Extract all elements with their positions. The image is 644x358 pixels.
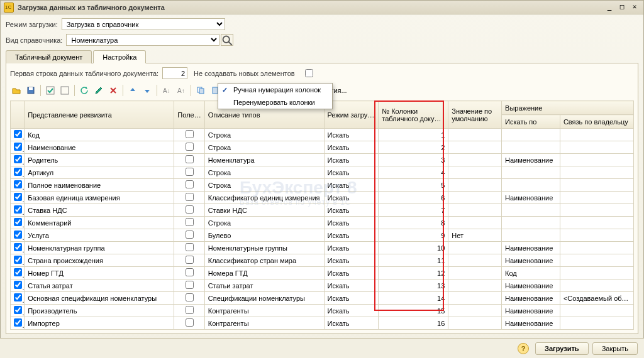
row-checkbox[interactable] xyxy=(14,281,22,289)
table-row[interactable]: Базовая единица измеренияКлассификатор е… xyxy=(11,192,634,204)
table-row[interactable]: КомментарийСтрокаИскать8 xyxy=(11,217,634,229)
table-row[interactable]: Страна происхожденияКлассификатор стран … xyxy=(11,254,634,267)
table-row[interactable]: Полное наименованиеСтрокаИскать5 xyxy=(11,179,634,192)
row-search-checkbox[interactable] xyxy=(186,268,194,276)
clear-icon[interactable] xyxy=(107,84,119,97)
row-search-checkbox[interactable] xyxy=(186,256,194,264)
table-row[interactable]: Номенклатурная группаНоменклатурные груп… xyxy=(11,242,634,254)
cell-num: 2 xyxy=(379,141,448,154)
row-search-checkbox[interactable] xyxy=(186,218,194,226)
row-search-checkbox[interactable] xyxy=(186,143,194,151)
table-row[interactable]: Основная спецификация номенклатурыСпециф… xyxy=(11,292,634,305)
row-search-checkbox[interactable] xyxy=(186,130,194,138)
table-row[interactable]: АртикулСтрокаИскать4 xyxy=(11,166,634,179)
row-checkbox[interactable] xyxy=(14,306,22,314)
sort-desc-icon[interactable]: A↑ xyxy=(175,84,187,97)
row-checkbox[interactable] xyxy=(14,318,22,327)
grid-wrap: Представление реквизита Поле поиска Опис… xyxy=(10,100,634,330)
ref-select[interactable]: Номенклатура xyxy=(66,34,219,46)
cell-num: 5 xyxy=(379,179,448,192)
no-create-checkbox[interactable] xyxy=(305,69,313,77)
cell-mode: Искать xyxy=(324,317,379,330)
lookup-button[interactable] xyxy=(221,34,233,46)
save-icon[interactable] xyxy=(25,84,37,97)
row-checkbox[interactable] xyxy=(14,143,22,151)
col-check[interactable] xyxy=(11,101,25,129)
row-search-checkbox[interactable] xyxy=(186,168,194,176)
mode-select[interactable]: Загрузка в справочник xyxy=(62,18,225,30)
row-search-checkbox[interactable] xyxy=(186,243,194,251)
close-window-button[interactable]: ✕ xyxy=(629,3,640,13)
table-row[interactable]: РодительНоменклатураИскать3Наименование xyxy=(11,154,634,166)
refresh-icon[interactable] xyxy=(78,84,91,97)
row-checkbox[interactable] xyxy=(14,268,22,276)
table-row[interactable]: Статья затратСтатьи затратИскать13Наимен… xyxy=(11,279,634,292)
row-search-checkbox[interactable] xyxy=(186,281,194,289)
mode-label: Режим загрузки: xyxy=(6,21,58,28)
row-checkbox[interactable] xyxy=(14,205,22,214)
table-row[interactable]: Ставка НДССтавки НДСИскать7 xyxy=(11,204,634,217)
cell-own xyxy=(560,217,633,229)
row-search-checkbox[interactable] xyxy=(186,155,194,163)
row-search-checkbox[interactable] xyxy=(186,193,194,201)
col-owner-link[interactable]: Связь по владельцу xyxy=(560,115,633,129)
col-search-field[interactable]: Поле поиска xyxy=(174,101,204,129)
row-search-checkbox[interactable] xyxy=(186,293,194,301)
row-search-checkbox[interactable] xyxy=(186,306,194,314)
row-checkbox[interactable] xyxy=(14,193,22,201)
table-row[interactable]: Номер ГТДНомера ГТДИскать12Код xyxy=(11,267,634,279)
col-number[interactable]: № Колонки табличного документа xyxy=(379,101,448,129)
table-row[interactable]: УслугаБулевоИскать9Нет xyxy=(11,229,634,242)
app-icon xyxy=(4,3,14,13)
row-checkbox[interactable] xyxy=(14,256,22,264)
settings-grid[interactable]: Представление реквизита Поле поиска Опис… xyxy=(10,100,634,330)
cell-type: Спецификации номенклатуры xyxy=(204,292,324,305)
footer: ? Загрузить Закрыть xyxy=(0,338,644,358)
col-representation[interactable]: Представление реквизита xyxy=(25,101,174,129)
cell-own xyxy=(560,204,633,217)
row-checkbox[interactable] xyxy=(14,130,22,138)
menu-renumber[interactable]: Перенумеровать колонки xyxy=(218,96,332,109)
col-expression[interactable]: Выражение xyxy=(502,101,634,115)
minimize-button[interactable]: _ xyxy=(604,3,615,13)
row-search-checkbox[interactable] xyxy=(186,231,194,239)
first-line-input[interactable] xyxy=(162,67,187,79)
cell-rep: Полное наименование xyxy=(25,179,174,192)
titlebar: Загрузка данных из табличного документа … xyxy=(1,1,643,14)
row-search-checkbox[interactable] xyxy=(186,318,194,327)
load-button[interactable]: Загрузить xyxy=(535,342,589,355)
up-icon[interactable] xyxy=(126,84,139,97)
maximize-button[interactable]: □ xyxy=(616,3,628,13)
row-search-checkbox[interactable] xyxy=(186,205,194,214)
edit-icon[interactable] xyxy=(92,84,105,97)
copy-icon[interactable] xyxy=(194,84,207,97)
menu-manual-numbering[interactable]: Ручная нумерация колонок xyxy=(218,84,332,96)
cell-rep: Импортер xyxy=(25,317,174,330)
open-icon[interactable] xyxy=(10,84,23,97)
uncheck-all-icon[interactable] xyxy=(58,84,71,97)
table-row[interactable]: ПроизводительКонтрагентыИскать15Наименов… xyxy=(11,305,634,317)
row-checkbox[interactable] xyxy=(14,293,22,301)
col-default[interactable]: Значение по умолчанию xyxy=(448,101,502,129)
tab-settings[interactable]: Настройка xyxy=(93,50,146,63)
row-checkbox[interactable] xyxy=(14,180,22,188)
help-icon[interactable]: ? xyxy=(518,343,529,354)
row-checkbox[interactable] xyxy=(14,168,22,176)
row-search-checkbox[interactable] xyxy=(186,180,194,188)
cell-own xyxy=(560,317,633,330)
table-row[interactable]: НаименованиеСтрокаИскать2 xyxy=(11,141,634,154)
row-checkbox[interactable] xyxy=(14,243,22,251)
sort-asc-icon[interactable]: A↓ xyxy=(160,84,173,97)
table-row[interactable]: КодСтрокаИскать1 xyxy=(11,129,634,141)
down-icon[interactable] xyxy=(141,84,153,97)
row-checkbox[interactable] xyxy=(14,231,22,239)
col-search-by[interactable]: Искать по xyxy=(502,115,560,129)
close-button[interactable]: Закрыть xyxy=(592,342,638,355)
check-all-icon[interactable] xyxy=(44,84,57,97)
cell-rep: Родитель xyxy=(25,154,174,166)
row-checkbox[interactable] xyxy=(14,155,22,163)
row-checkbox[interactable] xyxy=(14,218,22,226)
cell-num: 4 xyxy=(379,166,448,179)
tab-document[interactable]: Табличный документ xyxy=(6,50,92,63)
table-row[interactable]: ИмпортерКонтрагентыИскать16Наименование xyxy=(11,317,634,330)
